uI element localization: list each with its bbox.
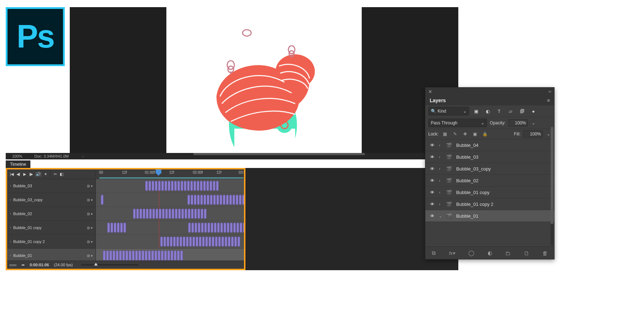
lock-paint-icon[interactable]: ✎ — [452, 132, 459, 137]
transition-button[interactable]: ◧ — [58, 172, 65, 177]
timeline-track-label[interactable]: ›Bubble_03_copy⊞ ▾ — [7, 193, 96, 207]
layer-name[interactable]: Bubble_01 — [456, 213, 551, 219]
track-expand-chevron[interactable]: › — [10, 226, 11, 229]
clip-segment[interactable] — [107, 223, 126, 233]
timecode[interactable]: 0:00:01:06 — [30, 263, 49, 267]
track-expand-chevron[interactable]: › — [10, 254, 11, 257]
clip-segment[interactable] — [103, 251, 183, 261]
frame-thumb[interactable] — [126, 251, 128, 261]
frame-thumb[interactable] — [197, 195, 200, 205]
filter-type-icon[interactable]: T — [495, 108, 503, 115]
timeline-track[interactable] — [96, 193, 244, 207]
timeline-track[interactable] — [96, 207, 244, 221]
frame-thumb[interactable] — [195, 223, 197, 233]
blend-mode-select[interactable]: Pass Through ⌄ — [428, 119, 487, 127]
frame-thumb[interactable] — [171, 251, 173, 261]
track-expand-chevron[interactable]: › — [10, 184, 11, 188]
doc-info[interactable]: Doc: 3.34M/841.0M — [34, 154, 69, 158]
frame-thumb[interactable] — [205, 237, 208, 247]
frame-thumb[interactable] — [199, 237, 201, 247]
frame-thumb[interactable] — [223, 195, 225, 205]
frame-thumb[interactable] — [203, 181, 206, 191]
frame-thumb[interactable] — [189, 237, 192, 247]
layer-expand-chevron[interactable]: › — [439, 167, 443, 171]
layer-row[interactable]: 👁›🎬Bubble_02 — [425, 175, 554, 187]
fps-display[interactable]: (24.00 fps) — [54, 263, 73, 267]
frame-thumb[interactable] — [204, 209, 206, 219]
split-clip-button[interactable]: ✂ — [52, 172, 58, 177]
frame-thumb[interactable] — [169, 209, 171, 219]
frame-thumb[interactable] — [160, 237, 163, 247]
frame-thumb[interactable] — [101, 195, 103, 205]
frame-thumb[interactable] — [172, 209, 174, 219]
lock-artboard-icon[interactable]: ▣ — [472, 132, 479, 137]
track-options-icon[interactable]: ⊞ ▾ — [87, 198, 93, 202]
frame-thumb[interactable] — [233, 223, 236, 233]
track-expand-chevron[interactable]: › — [10, 212, 11, 216]
new-layer-icon[interactable]: 🗋 — [524, 250, 529, 256]
frame-thumb[interactable] — [170, 237, 172, 247]
frame-thumb[interactable] — [142, 251, 144, 261]
layer-expand-chevron[interactable]: › — [439, 155, 443, 159]
mask-icon[interactable]: ◯ — [468, 250, 474, 256]
track-options-icon[interactable]: ⊞ ▾ — [87, 184, 93, 188]
visibility-eye-icon[interactable]: 👁 — [429, 202, 435, 207]
play-button[interactable]: ▶ — [21, 172, 28, 177]
lock-position-icon[interactable]: ✥ — [462, 132, 469, 137]
clip-segment[interactable] — [160, 237, 240, 247]
visibility-eye-icon[interactable]: 👁 — [429, 154, 435, 160]
frame-thumb[interactable] — [188, 209, 190, 219]
track-options-icon[interactable]: ⊞ ▾ — [87, 226, 93, 230]
frame-thumb[interactable] — [186, 237, 189, 247]
track-expand-chevron[interactable]: › — [10, 198, 11, 202]
frame-thumb[interactable] — [177, 181, 180, 191]
filter-smart-icon[interactable]: 🗐 — [518, 108, 526, 115]
frame-thumb[interactable] — [188, 223, 191, 233]
track-options-icon[interactable]: ⊞ ▾ — [87, 212, 93, 216]
timeline-zoom-slider[interactable] — [81, 264, 138, 266]
layer-row[interactable]: 👁›🎬Bubble_03_copy — [425, 163, 554, 175]
frame-thumb[interactable] — [181, 181, 183, 191]
audio-toggle-button[interactable]: 🔊 — [35, 172, 42, 177]
lock-transparent-icon[interactable]: ▦ — [441, 132, 449, 137]
frame-thumb[interactable] — [181, 209, 184, 219]
layer-name[interactable]: Bubble_02 — [456, 178, 551, 183]
frame-thumb[interactable] — [191, 223, 194, 233]
frame-thumb[interactable] — [210, 181, 212, 191]
delete-layer-icon[interactable]: 🗑 — [542, 250, 548, 256]
frame-thumb[interactable] — [240, 223, 242, 233]
filter-toggle-icon[interactable]: ● — [529, 108, 538, 115]
frame-thumb[interactable] — [239, 195, 241, 205]
frame-thumb[interactable] — [167, 251, 170, 261]
opacity-value[interactable]: 100% — [508, 119, 528, 127]
frame-thumb[interactable] — [194, 209, 197, 219]
lock-all-icon[interactable]: 🔒 — [482, 132, 489, 137]
frame-thumb[interactable] — [151, 251, 154, 261]
frame-thumb[interactable] — [145, 181, 148, 191]
frame-thumb[interactable] — [210, 195, 213, 205]
clip-segment[interactable] — [187, 195, 244, 205]
timeline-panel-tab[interactable]: Timeline — [6, 160, 30, 169]
frame-thumb[interactable] — [175, 209, 177, 219]
fx-icon[interactable]: fx▾ — [449, 251, 455, 256]
frame-thumb[interactable] — [158, 181, 161, 191]
link-layers-icon[interactable]: ⧉ — [432, 250, 436, 256]
collapse-icon[interactable]: ‹‹ — [548, 89, 551, 94]
frame-thumb[interactable] — [129, 251, 131, 261]
frame-thumb[interactable] — [197, 209, 200, 219]
close-icon[interactable]: ✕ — [428, 89, 432, 94]
frame-thumb[interactable] — [216, 181, 219, 191]
layer-name[interactable]: Bubble_04 — [456, 143, 551, 148]
frame-thumb[interactable] — [145, 251, 147, 261]
frame-thumb[interactable] — [158, 251, 160, 261]
frame-thumb[interactable] — [200, 181, 203, 191]
frame-thumb[interactable] — [233, 195, 235, 205]
frame-thumb[interactable] — [192, 237, 195, 247]
frame-thumb[interactable] — [227, 223, 229, 233]
timeline-track[interactable] — [96, 235, 244, 249]
timeline-track-label[interactable]: ›Bubble_01⊞ ▾ — [7, 249, 96, 261]
frame-thumb[interactable] — [243, 223, 244, 233]
layers-scrollbar[interactable] — [551, 127, 553, 246]
frame-thumb[interactable] — [242, 195, 244, 205]
frame-thumb[interactable] — [148, 181, 151, 191]
